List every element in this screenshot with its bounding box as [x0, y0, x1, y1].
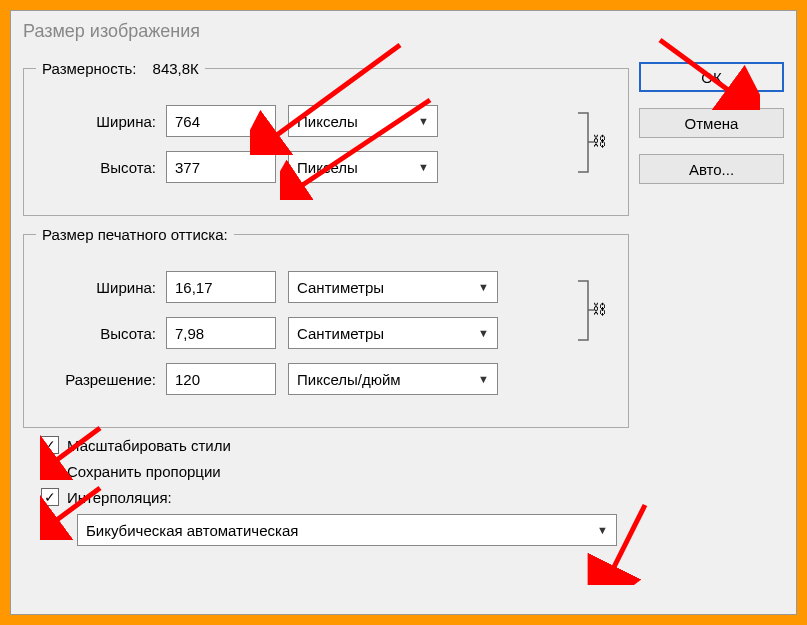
- print-legend: Размер печатного оттиска:: [36, 226, 234, 243]
- interpolation-value: Бикубическая автоматическая: [86, 522, 298, 539]
- right-panel: ОК Отмена Авто...: [629, 50, 784, 546]
- dialog-title: Размер изображения: [11, 11, 796, 50]
- scale-styles-label: Масштабировать стили: [67, 437, 231, 454]
- print-height-unit-select[interactable]: Сантиметры ▼: [288, 317, 498, 349]
- left-panel: Размерность: 843,8К Ширина: Пикселы ▼ Вы…: [23, 50, 629, 546]
- height-unit-value: Пикселы: [297, 159, 358, 176]
- print-height-label: Высота:: [36, 325, 166, 342]
- print-height-input[interactable]: [166, 317, 276, 349]
- chevron-down-icon: ▼: [478, 327, 489, 339]
- image-size-dialog: Размер изображения Размерность: 843,8К Ш…: [10, 10, 797, 615]
- chevron-down-icon: ▼: [418, 161, 429, 173]
- link-icon: ⛓: [592, 301, 606, 317]
- resolution-unit-select[interactable]: Пикселы/дюйм ▼: [288, 363, 498, 395]
- resolution-label: Разрешение:: [36, 371, 166, 388]
- print-width-unit-select[interactable]: Сантиметры ▼: [288, 271, 498, 303]
- interpolate-checkbox[interactable]: ✓: [41, 488, 59, 506]
- print-width-input[interactable]: [166, 271, 276, 303]
- resolution-unit-value: Пикселы/дюйм: [297, 371, 401, 388]
- height-input[interactable]: [166, 151, 276, 183]
- print-width-row: Ширина: Сантиметры ▼: [36, 271, 616, 303]
- chevron-down-icon: ▼: [478, 373, 489, 385]
- height-row: Высота: Пикселы ▼: [36, 151, 616, 183]
- interpolate-row[interactable]: ✓ Интерполяция:: [41, 488, 629, 506]
- cancel-button[interactable]: Отмена: [639, 108, 784, 138]
- print-width-unit-value: Сантиметры: [297, 279, 384, 296]
- constrain-row[interactable]: ✓ Сохранить пропорции: [41, 462, 629, 480]
- interpolate-label: Интерполяция:: [67, 489, 172, 506]
- dialog-content: Размерность: 843,8К Ширина: Пикселы ▼ Вы…: [11, 50, 796, 546]
- chevron-down-icon: ▼: [418, 115, 429, 127]
- print-height-row: Высота: Сантиметры ▼: [36, 317, 616, 349]
- constrain-link-print: ⛓: [574, 273, 604, 348]
- interpolation-select[interactable]: Бикубическая автоматическая ▼: [77, 514, 617, 546]
- dimensions-label: Размерность:: [42, 60, 137, 77]
- constrain-checkbox[interactable]: ✓: [41, 462, 59, 480]
- width-unit-value: Пикселы: [297, 113, 358, 130]
- chevron-down-icon: ▼: [597, 524, 608, 536]
- height-unit-select[interactable]: Пикселы ▼: [288, 151, 438, 183]
- resolution-row: Разрешение: Пикселы/дюйм ▼: [36, 363, 616, 395]
- scale-styles-row[interactable]: ✓ Масштабировать стили: [41, 436, 629, 454]
- print-width-label: Ширина:: [36, 279, 166, 296]
- dimensions-legend: Размерность: 843,8К: [36, 60, 205, 77]
- height-label: Высота:: [36, 159, 166, 176]
- document-size-group: Размер печатного оттиска: Ширина: Сантим…: [23, 226, 629, 428]
- width-unit-select[interactable]: Пикселы ▼: [288, 105, 438, 137]
- chevron-down-icon: ▼: [478, 281, 489, 293]
- print-height-unit-value: Сантиметры: [297, 325, 384, 342]
- ok-button[interactable]: ОК: [639, 62, 784, 92]
- auto-button[interactable]: Авто...: [639, 154, 784, 184]
- pixel-dimensions-group: Размерность: 843,8К Ширина: Пикселы ▼ Вы…: [23, 60, 629, 216]
- constrain-label: Сохранить пропорции: [67, 463, 221, 480]
- width-input[interactable]: [166, 105, 276, 137]
- file-size: 843,8К: [153, 60, 199, 77]
- width-label: Ширина:: [36, 113, 166, 130]
- scale-styles-checkbox[interactable]: ✓: [41, 436, 59, 454]
- resolution-input[interactable]: [166, 363, 276, 395]
- constrain-link-pixel: ⛓: [574, 105, 604, 180]
- width-row: Ширина: Пикселы ▼: [36, 105, 616, 137]
- link-icon: ⛓: [592, 133, 606, 149]
